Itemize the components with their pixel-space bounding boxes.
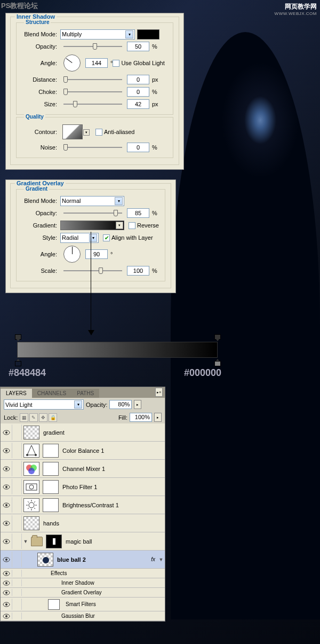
layer-group-magic-ball[interactable]: ▼ magic ball [1,532,165,551]
opacity-input[interactable]: 50 [127,42,149,51]
visibility-toggle[interactable] [1,599,12,610]
gradient-bar[interactable] [17,342,218,358]
visibility-toggle[interactable] [1,533,12,549]
go-style-select[interactable]: Radial ▾ [60,233,99,243]
effect-inner-shadow[interactable]: Inner Shadow [1,578,165,588]
angle-dial[interactable] [63,54,81,72]
effects-row[interactable]: Effects [1,569,165,578]
size-slider[interactable] [63,104,122,105]
noise-slider[interactable] [63,147,122,148]
layer-hands[interactable]: hands [1,514,165,532]
visibility-toggle[interactable] [1,589,12,596]
annotation-arrow-line [91,232,91,332]
smart-filters-row[interactable]: Smart Filters [1,598,165,611]
layer-mask[interactable] [43,480,59,494]
chevron-down-icon[interactable]: ▾ [116,222,123,229]
filter-mask[interactable] [48,599,60,610]
align-layer-label: Align with Layer [111,234,153,241]
fill-flyout[interactable]: ▸ [154,413,162,422]
chevron-down-icon[interactable]: ▾ [83,129,90,136]
visibility-toggle[interactable] [1,515,12,531]
lock-all-icon[interactable]: 🔒 [49,413,57,422]
go-angle-dial[interactable] [63,246,81,263]
layer-thumbnail[interactable] [23,426,39,439]
hex-right: #000000 [184,367,221,379]
adjustment-icon[interactable] [23,480,39,494]
group-mask[interactable] [46,535,62,548]
layer-mask[interactable] [43,498,59,512]
go-blend-mode-select[interactable]: Normal ▾ [60,196,124,206]
lock-pixels-icon[interactable]: ✎ [29,413,38,422]
color-stop-left[interactable]: .stop-bot:nth-of-type(5)::before{backgro… [15,359,21,366]
anti-aliased-checkbox[interactable] [95,129,102,136]
visibility-toggle[interactable] [1,552,12,567]
annotation-arrow-head [88,330,94,335]
opacity-flyout[interactable]: ▸ [134,400,141,409]
visibility-toggle[interactable] [1,497,12,513]
effect-gradient-overlay[interactable]: Gradient Overlay [1,588,165,598]
layer-thumbnail[interactable] [37,553,53,567]
opacity-stop-left[interactable] [15,334,21,341]
lock-position-icon[interactable]: ✥ [39,413,47,422]
go-opacity-slider[interactable] [63,213,122,214]
layer-mask[interactable] [43,462,59,476]
layer-photo-filter[interactable]: Photo Filter 1 [1,478,165,496]
tab-layers[interactable]: LAYERS [1,389,32,398]
hex-left: #848484 [9,367,46,379]
expand-toggle[interactable]: ▼ [22,539,29,544]
layer-mask[interactable] [43,444,59,458]
align-layer-checkbox[interactable]: ✔ [103,234,110,241]
go-scale-slider[interactable] [63,270,122,271]
gradient-preview[interactable]: ▾ [60,221,124,230]
visibility-toggle[interactable] [1,612,12,619]
go-angle-input[interactable]: 90 [85,249,108,259]
visibility-toggle[interactable] [1,461,12,476]
tab-channels[interactable]: CHANNELS [32,389,71,398]
use-global-light-checkbox[interactable] [113,60,119,67]
visibility-toggle[interactable] [1,425,12,440]
size-input[interactable]: 42 [127,99,149,109]
visibility-toggle[interactable] [1,443,12,458]
lock-transparency-icon[interactable]: ▦ [20,413,28,422]
blend-mode-dropdown[interactable]: Vivid Light ▾ [4,399,84,410]
layer-label: hands [43,520,165,527]
distance-slider[interactable] [63,79,122,80]
angle-input[interactable]: 144 [85,58,108,68]
visibility-toggle[interactable] [1,579,12,586]
layer-blue-ball-2[interactable]: blue ball 2 fx ▼ [1,551,165,569]
choke-input[interactable]: 0 [127,87,149,97]
go-scale-input[interactable]: 100 [127,266,149,276]
go-gradient-label: Gradient: [19,222,57,229]
fill-input[interactable]: 100% [130,413,152,422]
tab-paths[interactable]: PATHS [71,389,99,398]
fill-label: Fill: [118,414,127,421]
opacity-slider[interactable] [63,46,122,47]
effect-label: Gradient Overlay [61,590,102,595]
choke-label: Choke: [19,89,57,95]
layer-brightness-contrast[interactable]: Brightness/Contrast 1 [1,496,165,514]
panel-opacity-input[interactable]: 80% [109,400,132,409]
contour-swatch[interactable]: ▾ [62,124,83,139]
distance-input[interactable]: 0 [127,75,149,84]
expand-toggle[interactable]: ▼ [157,557,165,562]
adjustment-icon[interactable] [23,444,39,458]
adjustment-icon[interactable] [23,462,39,476]
adjustment-icon[interactable] [23,498,39,512]
layer-color-balance[interactable]: Color Balance 1 [1,442,165,460]
choke-slider[interactable] [63,91,122,92]
blend-mode-select[interactable]: Multiply ▾ [60,29,135,40]
shadow-color-swatch[interactable] [137,29,159,40]
filter-gaussian-blur[interactable]: Gaussian Blur [1,611,165,621]
color-stop-right[interactable] [214,359,221,366]
visibility-toggle[interactable] [1,570,12,577]
layer-gradient[interactable]: gradient [1,423,165,442]
layer-thumbnail[interactable] [23,516,39,530]
structure-legend: Structure [24,19,51,25]
noise-input[interactable]: 0 [127,143,149,152]
opacity-stop-right[interactable] [214,334,221,341]
visibility-toggle[interactable] [1,479,12,494]
reverse-checkbox[interactable] [129,222,135,229]
go-opacity-input[interactable]: 85 [127,208,149,218]
layer-channel-mixer[interactable]: Channel Mixer 1 [1,460,165,478]
panel-menu-button[interactable]: ▸≡ [155,388,163,397]
